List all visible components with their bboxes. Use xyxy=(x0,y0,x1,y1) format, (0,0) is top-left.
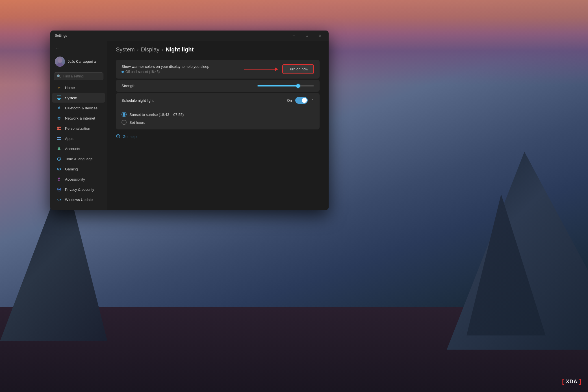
svg-point-1 xyxy=(56,63,64,67)
get-help-link[interactable]: Get help xyxy=(123,135,136,139)
sidebar-item-accessibility[interactable]: Accessibility xyxy=(52,174,105,184)
sidebar-label-update: Windows Update xyxy=(65,198,93,202)
sidebar-label-home: Home xyxy=(65,86,75,90)
night-light-status-text: Off until sunset (18:43) xyxy=(125,70,160,74)
sidebar-item-time[interactable]: Time & language xyxy=(52,154,105,164)
slider-thumb[interactable] xyxy=(296,84,300,88)
svg-point-16 xyxy=(60,169,60,169)
toggle-thumb xyxy=(302,98,307,103)
breadcrumb-current: Night light xyxy=(166,46,194,53)
apps-icon xyxy=(57,136,62,141)
schedule-toggle[interactable] xyxy=(295,97,308,104)
svg-rect-7 xyxy=(57,127,59,129)
titlebar: Settings ─ □ ✕ xyxy=(50,31,329,41)
schedule-chevron-icon[interactable]: ⌃ xyxy=(311,98,314,102)
settings-window: Settings ─ □ ✕ ← João Carrasqueira xyxy=(50,31,329,210)
user-name: João Carrasqueira xyxy=(68,60,102,64)
strength-slider[interactable] xyxy=(257,85,314,86)
time-icon xyxy=(57,156,62,161)
night-light-right: Turn on now xyxy=(244,64,314,74)
sidebar-label-time: Time & language xyxy=(65,157,93,161)
system-icon xyxy=(57,95,62,100)
update-icon xyxy=(57,197,62,202)
sidebar-item-accounts[interactable]: Accounts xyxy=(52,144,105,153)
turn-on-now-button[interactable]: Turn on now xyxy=(282,64,314,74)
sidebar-label-accessibility: Accessibility xyxy=(65,177,85,181)
breadcrumb-sep-2: › xyxy=(162,47,163,53)
xda-watermark: [ XDA ] xyxy=(562,378,581,385)
sidebar-label-gaming: Gaming xyxy=(65,167,78,171)
svg-rect-12 xyxy=(59,139,61,140)
minimize-button[interactable]: ─ xyxy=(287,31,300,40)
close-button[interactable]: ✕ xyxy=(313,31,326,40)
radio-sunset-sunrise[interactable]: Sunset to sunrise (18:43 – 07:55) xyxy=(121,112,314,117)
sidebar: ← João Carrasqueira 🔍 xyxy=(50,41,107,210)
sidebar-item-system[interactable]: System xyxy=(52,93,105,103)
sidebar-label-system: System xyxy=(65,96,77,100)
sidebar-label-network: Network & internet xyxy=(65,116,95,120)
privacy-icon xyxy=(57,187,62,192)
schedule-options: Sunset to sunrise (18:43 – 07:55) Set ho… xyxy=(116,108,320,129)
svg-rect-6 xyxy=(57,129,61,130)
breadcrumb: System › Display › Night light xyxy=(116,46,320,53)
svg-rect-9 xyxy=(57,137,59,138)
sidebar-item-personalization[interactable]: Personalization xyxy=(52,124,105,133)
radio-circle-set-hours xyxy=(121,120,127,125)
status-dot-icon xyxy=(121,71,124,73)
sidebar-item-apps[interactable]: Apps xyxy=(52,134,105,143)
breadcrumb-system[interactable]: System xyxy=(116,46,135,53)
night-light-card: Show warmer colors on your display to he… xyxy=(116,60,320,79)
get-help-icon xyxy=(116,134,120,139)
search-input[interactable] xyxy=(63,74,100,78)
red-arrow-annotation xyxy=(244,69,278,70)
xda-bracket-left: [ xyxy=(562,378,564,385)
radio-circle-sunset xyxy=(121,112,127,117)
network-icon xyxy=(57,116,62,121)
night-light-info: Show warmer colors on your display to he… xyxy=(121,64,209,74)
sidebar-item-update[interactable]: Windows Update xyxy=(52,195,105,204)
svg-rect-8 xyxy=(59,127,61,128)
schedule-card: Schedule night light On ⌃ Sunset to sunr… xyxy=(116,93,320,129)
sidebar-item-network[interactable]: Network & internet xyxy=(52,113,105,123)
back-button[interactable]: ← xyxy=(54,44,62,52)
xda-bracket-right: ] xyxy=(579,378,581,385)
schedule-header: Schedule night light On ⌃ xyxy=(116,93,320,108)
sidebar-item-bluetooth[interactable]: Bluetooth & devices xyxy=(52,103,105,113)
night-light-subtitle: Off until sunset (18:43) xyxy=(121,70,209,74)
schedule-label: Schedule night light xyxy=(121,98,153,103)
sidebar-item-privacy[interactable]: Privacy & security xyxy=(52,185,105,194)
main-content: System › Display › Night light Show warm… xyxy=(107,41,329,210)
maximize-button[interactable]: □ xyxy=(300,31,313,40)
sidebar-item-home[interactable]: ⌂ Home xyxy=(52,83,105,92)
svg-point-13 xyxy=(58,147,60,149)
xda-text: XDA xyxy=(566,379,578,385)
svg-point-0 xyxy=(58,58,62,63)
night-light-description: Show warmer colors on your display to he… xyxy=(121,64,209,69)
window-body: ← João Carrasqueira 🔍 xyxy=(50,41,329,210)
schedule-right: On ⌃ xyxy=(287,97,314,104)
schedule-status: On xyxy=(287,98,292,103)
bluetooth-icon xyxy=(57,105,62,111)
user-info: João Carrasqueira xyxy=(68,60,102,64)
strength-label: Strength xyxy=(121,84,135,88)
svg-rect-11 xyxy=(57,139,59,140)
search-icon: 🔍 xyxy=(57,74,61,78)
sidebar-label-personalization: Personalization xyxy=(65,126,90,131)
search-box[interactable]: 🔍 xyxy=(54,72,103,80)
sidebar-label-accounts: Accounts xyxy=(65,147,80,151)
sidebar-label-apps: Apps xyxy=(65,137,73,141)
titlebar-title: Settings xyxy=(55,34,67,38)
svg-rect-4 xyxy=(58,100,60,100)
titlebar-controls: ─ □ ✕ xyxy=(287,31,326,40)
user-profile[interactable]: João Carrasqueira xyxy=(50,53,107,71)
svg-point-5 xyxy=(59,119,59,120)
sidebar-item-gaming[interactable]: Gaming xyxy=(52,164,105,174)
strength-card: Strength xyxy=(116,80,320,92)
accessibility-icon xyxy=(57,177,62,182)
radio-label-set-hours: Set hours xyxy=(129,120,145,125)
avatar xyxy=(55,57,65,67)
sidebar-label-privacy: Privacy & security xyxy=(65,187,94,192)
breadcrumb-display[interactable]: Display xyxy=(141,46,160,53)
radio-set-hours[interactable]: Set hours xyxy=(121,120,314,125)
radio-label-sunset: Sunset to sunrise (18:43 – 07:55) xyxy=(129,112,184,117)
